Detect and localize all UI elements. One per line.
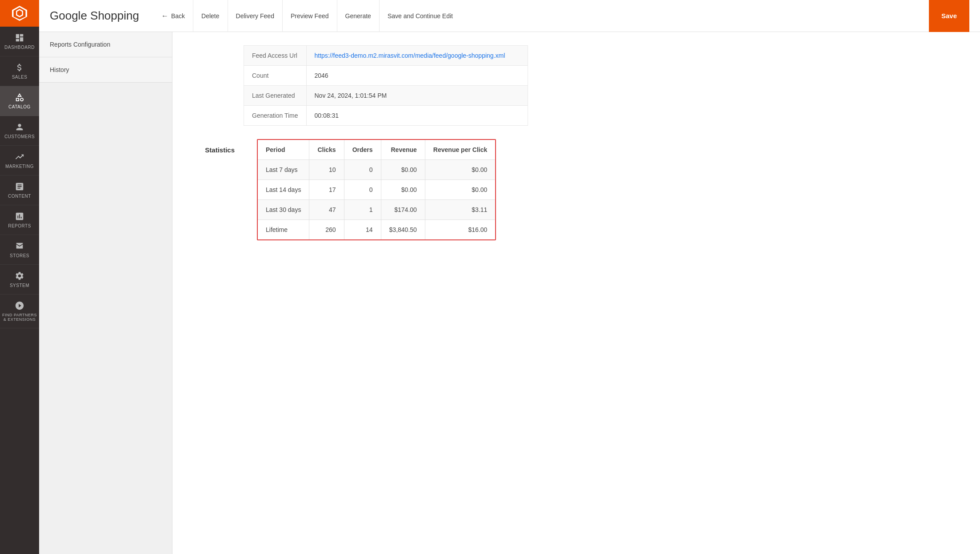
stats-cell-3-clicks: 260 [309, 220, 344, 240]
header-actions: ← Back Delete Delivery Feed Preview Feed… [153, 0, 969, 32]
main-body: Reports Configuration History Feed Acces… [39, 32, 980, 554]
stats-cell-3-revenue_per_click: $16.00 [425, 220, 495, 240]
stats-cell-2-clicks: 47 [309, 200, 344, 220]
col-period: Period [258, 140, 309, 160]
last-generated-label: Last Generated [244, 86, 307, 106]
stats-cell-1-revenue_per_click: $0.00 [425, 180, 495, 200]
feed-access-url-value: https://feed3-demo.m2.mirasvit.com/media… [306, 46, 528, 66]
stats-header-row: Period Clicks Orders Revenue Revenue per… [258, 140, 495, 160]
sidebar: DASHBOARD SALES CATALOG CUSTOMERS MARKET… [0, 0, 39, 554]
feed-access-url-label: Feed Access Url [244, 46, 307, 66]
statistics-label: Statistics [190, 146, 244, 154]
stats-cell-1-period: Last 14 days [258, 180, 309, 200]
generation-time-row: Generation Time 00:08:31 [244, 106, 528, 126]
left-panel-reports-config[interactable]: Reports Configuration [39, 32, 172, 57]
count-value: 2046 [306, 66, 528, 86]
stats-cell-0-orders: 0 [344, 160, 381, 180]
col-clicks: Clicks [309, 140, 344, 160]
stats-row-2: Last 30 days471$174.00$3.11 [258, 200, 495, 220]
save-continue-button[interactable]: Save and Continue Edit [379, 0, 461, 32]
sidebar-item-content[interactable]: CONTENT [0, 175, 39, 205]
left-panel: Reports Configuration History [39, 32, 172, 554]
delete-button[interactable]: Delete [193, 0, 227, 32]
stats-cell-0-period: Last 7 days [258, 160, 309, 180]
last-generated-row: Last Generated Nov 24, 2024, 1:01:54 PM [244, 86, 528, 106]
sidebar-item-customers[interactable]: CUSTOMERS [0, 116, 39, 146]
system-icon [15, 271, 24, 281]
back-button[interactable]: ← Back [153, 0, 193, 32]
generation-time-label: Generation Time [244, 106, 307, 126]
dashboard-icon [15, 33, 24, 43]
stats-cell-1-orders: 0 [344, 180, 381, 200]
main-area: Google Shopping ← Back Delete Delivery F… [39, 0, 980, 554]
stats-cell-1-revenue: $0.00 [381, 180, 425, 200]
feed-info-table: Feed Access Url https://feed3-demo.m2.mi… [244, 45, 528, 126]
col-orders: Orders [344, 140, 381, 160]
catalog-icon [15, 92, 24, 102]
sidebar-item-dashboard[interactable]: DASHBOARD [0, 27, 39, 56]
page-header: Google Shopping ← Back Delete Delivery F… [39, 0, 980, 32]
sidebar-item-find-partners[interactable]: FIND PARTNERS & EXTENSIONS [0, 295, 39, 328]
feed-access-url-row: Feed Access Url https://feed3-demo.m2.mi… [244, 46, 528, 66]
sidebar-item-system[interactable]: SYSTEM [0, 265, 39, 295]
stats-cell-0-revenue_per_click: $0.00 [425, 160, 495, 180]
sidebar-item-stores[interactable]: STORES [0, 235, 39, 265]
stats-cell-3-revenue: $3,840.50 [381, 220, 425, 240]
sidebar-item-catalog[interactable]: CATALOG [0, 86, 39, 116]
stats-cell-0-revenue: $0.00 [381, 160, 425, 180]
statistics-section: Statistics Period Clicks Orders Revenue … [190, 139, 962, 240]
stats-cell-2-revenue: $174.00 [381, 200, 425, 220]
stats-cell-2-revenue_per_click: $3.11 [425, 200, 495, 220]
stats-row-1: Last 14 days170$0.00$0.00 [258, 180, 495, 200]
sidebar-item-reports[interactable]: REPORTS [0, 205, 39, 235]
sidebar-logo [0, 0, 39, 27]
stats-cell-2-orders: 1 [344, 200, 381, 220]
feed-access-url-link[interactable]: https://feed3-demo.m2.mirasvit.com/media… [315, 52, 505, 59]
stats-row-3: Lifetime26014$3,840.50$16.00 [258, 220, 495, 240]
customers-icon [15, 122, 24, 132]
sidebar-item-sales[interactable]: SALES [0, 56, 39, 86]
sales-icon [15, 63, 24, 72]
generate-button[interactable]: Generate [337, 0, 379, 32]
col-revenue-per-click: Revenue per Click [425, 140, 495, 160]
stats-cell-3-orders: 14 [344, 220, 381, 240]
last-generated-value: Nov 24, 2024, 1:01:54 PM [306, 86, 528, 106]
stats-cell-2-period: Last 30 days [258, 200, 309, 220]
marketing-icon [15, 152, 24, 162]
statistics-table-wrapper: Period Clicks Orders Revenue Revenue per… [257, 139, 496, 240]
stats-cell-1-clicks: 17 [309, 180, 344, 200]
reports-icon [15, 211, 24, 221]
count-row: Count 2046 [244, 66, 528, 86]
stats-cell-3-period: Lifetime [258, 220, 309, 240]
delivery-feed-button[interactable]: Delivery Feed [228, 0, 282, 32]
col-revenue: Revenue [381, 140, 425, 160]
left-panel-history[interactable]: History [39, 57, 172, 83]
save-button[interactable]: Save [929, 0, 969, 32]
page-title: Google Shopping [50, 9, 139, 23]
count-label: Count [244, 66, 307, 86]
sidebar-item-marketing[interactable]: MARKETING [0, 146, 39, 175]
partners-icon [15, 301, 24, 311]
stats-cell-0-clicks: 10 [309, 160, 344, 180]
right-content: Feed Access Url https://feed3-demo.m2.mi… [172, 32, 980, 554]
preview-feed-button[interactable]: Preview Feed [282, 0, 337, 32]
statistics-table: Period Clicks Orders Revenue Revenue per… [258, 140, 495, 239]
content-icon [15, 182, 24, 191]
generation-time-value: 00:08:31 [306, 106, 528, 126]
stats-row-0: Last 7 days100$0.00$0.00 [258, 160, 495, 180]
magento-logo-icon [11, 5, 28, 22]
stores-icon [15, 241, 24, 251]
arrow-left-icon: ← [161, 12, 168, 20]
